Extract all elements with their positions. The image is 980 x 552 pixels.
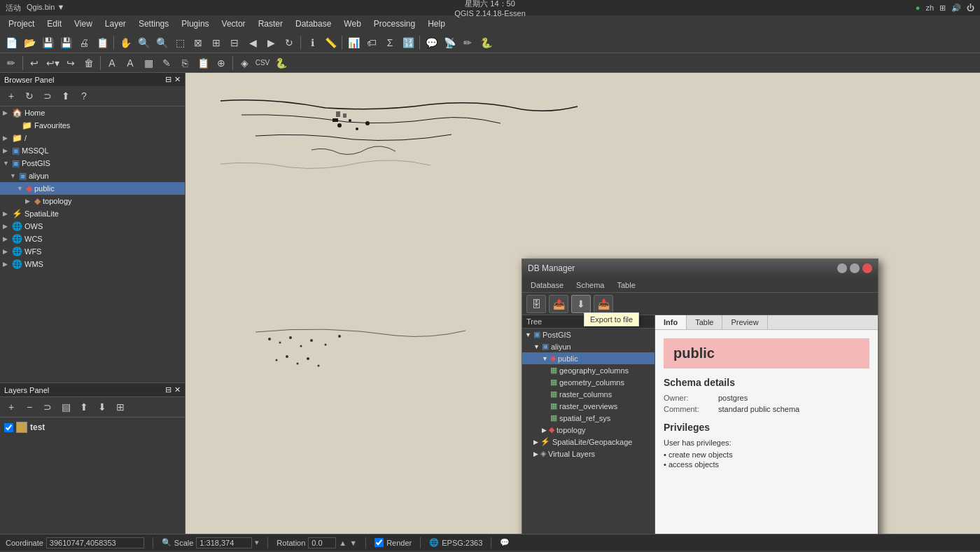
pan-button[interactable]: ✋ [117, 34, 134, 51]
menu-vector[interactable]: Vector [216, 18, 251, 30]
layers-expand2-button[interactable]: ⊞ [112, 399, 129, 415]
layers-close-icon[interactable]: ✕ [174, 385, 181, 394]
messages-item[interactable]: 💬 [500, 538, 510, 547]
browser-item-wfs[interactable]: ▶ 🌐 WFS [0, 245, 185, 258]
new-project-button[interactable]: 📄 [3, 34, 20, 51]
db-maximize-button[interactable] [850, 263, 860, 273]
layers-remove-button[interactable]: − [21, 399, 38, 415]
layers-filter-button[interactable]: ⊃ [39, 399, 56, 415]
rotation-down-icon[interactable]: ▼ [349, 539, 357, 547]
db-tree-public[interactable]: ▼ ◆ public [522, 352, 654, 364]
table2-button[interactable]: ▦ [140, 55, 157, 71]
db-tree-geometry-columns[interactable]: ▦ geometry_columns [522, 376, 654, 388]
paste-button[interactable]: 📋 [195, 55, 211, 71]
browser-item-topology[interactable]: ▶ ◆ topology [0, 195, 185, 207]
undo-button[interactable]: ↩ [26, 55, 43, 71]
db-titlebar[interactable]: DB Manager [522, 259, 878, 277]
python-button[interactable]: 🐍 [477, 34, 494, 51]
browser-refresh-button[interactable]: ↻ [21, 88, 38, 104]
edit2-button[interactable]: ✎ [158, 55, 175, 71]
info-tab-info[interactable]: Info [655, 315, 687, 329]
browser-item-postgis[interactable]: ▼ ▣ PostGIS [0, 157, 185, 170]
stats-button[interactable]: Σ [382, 34, 398, 51]
zoom-full-button[interactable]: ⊠ [190, 34, 206, 51]
scale-dropdown-icon[interactable]: ▾ [255, 538, 259, 547]
browser-item-root[interactable]: ▶ 📁 / [0, 132, 185, 144]
annotation-button[interactable]: 💬 [423, 34, 440, 51]
layer-test-checkbox[interactable] [4, 423, 13, 432]
zoom-out-button[interactable]: 🔍 [153, 34, 170, 51]
zoom-layer-button[interactable]: ⊞ [208, 34, 225, 51]
db-menu-database[interactable]: Database [525, 280, 569, 291]
db-tree-virtual-layers[interactable]: ▶ ◈ Virtual Layers [522, 448, 654, 460]
menu-plugins[interactable]: Plugins [176, 18, 214, 30]
rotation-input[interactable] [308, 537, 336, 548]
scale-input[interactable] [196, 537, 252, 548]
render-checkbox[interactable] [374, 538, 384, 547]
undo-list-button[interactable]: ↩▾ [44, 55, 61, 71]
db-connect-button[interactable]: 🗄 [526, 295, 546, 313]
db-tree-spatialite-geo[interactable]: ▶ ⚡ SpatiaLite/Geopackage [522, 436, 654, 448]
snap-button[interactable]: ⊕ [213, 55, 230, 71]
menu-raster[interactable]: Raster [253, 18, 288, 30]
csv-button[interactable]: CSV [254, 55, 271, 71]
db-tree-topology[interactable]: ▶ ◆ topology [522, 424, 654, 436]
menu-view[interactable]: View [69, 18, 98, 30]
node-button[interactable]: ◈ [236, 55, 253, 71]
info-tab-table[interactable]: Table [687, 315, 722, 329]
layers-down-button[interactable]: ⬇ [94, 399, 111, 415]
menu-help[interactable]: Help [422, 18, 451, 30]
layers-add-button[interactable]: + [3, 399, 20, 415]
print-button[interactable]: 🖨 [76, 34, 92, 51]
browser-help-button[interactable]: ? [76, 88, 92, 104]
field-button[interactable]: A [122, 55, 139, 71]
layer-test-item[interactable]: test [3, 420, 182, 434]
redo-button[interactable]: ↪ [62, 55, 79, 71]
open-button[interactable]: 📂 [21, 34, 38, 51]
browser-collapse-button[interactable]: ⬆ [57, 88, 74, 104]
menu-settings[interactable]: Settings [133, 18, 174, 30]
layers-expand-icon[interactable]: ⊟ [165, 385, 172, 394]
rotation-up-icon[interactable]: ▲ [339, 539, 346, 547]
browser-close-icon[interactable]: ✕ [174, 75, 181, 84]
browser-item-public[interactable]: ▼ ◆ public [0, 182, 185, 195]
menu-project[interactable]: Project [3, 18, 40, 30]
map-area[interactable]: DB Manager Database Schema Table 🗄 📤 ⬇ 📥… [186, 73, 980, 534]
db-tree-raster-overviews[interactable]: ▦ raster_overviews [522, 400, 654, 412]
browser-item-favourites[interactable]: 📁 Favourites [0, 119, 185, 132]
select-button[interactable]: ⬚ [172, 34, 188, 51]
menu-processing[interactable]: Processing [368, 18, 421, 30]
menu-database[interactable]: Database [290, 18, 337, 30]
layers-group-button[interactable]: ▤ [57, 399, 74, 415]
print-layout-button[interactable]: 📋 [94, 34, 111, 51]
browser-item-mssql[interactable]: ▶ ▣ MSSQL [0, 144, 185, 157]
browser-item-aliyun[interactable]: ▼ ▣ aliyun [0, 170, 185, 182]
delete-button[interactable]: 🗑 [80, 55, 97, 71]
zoom-select-button[interactable]: ⊟ [226, 34, 243, 51]
browser-item-ows[interactable]: ▶ 🌐 OWS [0, 220, 185, 233]
zoom-in-button[interactable]: 🔍 [135, 34, 152, 51]
db-minimize-button[interactable] [837, 263, 847, 273]
refresh-button[interactable]: ↻ [281, 34, 298, 51]
identify-button[interactable]: ℹ [304, 34, 321, 51]
browser-item-spatialite[interactable]: ▶ ⚡ SpatiaLite [0, 207, 185, 220]
gps-button[interactable]: 📡 [441, 34, 458, 51]
label2-button[interactable]: A [104, 55, 120, 71]
browser-item-wcs[interactable]: ▶ 🌐 WCS [0, 233, 185, 245]
browser-add-button[interactable]: + [3, 88, 20, 104]
menu-edit[interactable]: Edit [41, 18, 67, 30]
db-tree-postgis[interactable]: ▼ ▣ PostGIS [522, 329, 654, 340]
db-menu-table[interactable]: Table [611, 280, 640, 291]
epsg-item[interactable]: 🌐 EPSG:2363 [429, 538, 482, 547]
coordinate-input[interactable] [46, 537, 144, 548]
db-tree-spatial-ref-sys[interactable]: ▦ spatial_ref_sys [522, 412, 654, 424]
measure-button[interactable]: 📏 [322, 34, 339, 51]
browser-filter-button[interactable]: ⊃ [39, 88, 56, 104]
label-button[interactable]: 🏷 [363, 34, 380, 51]
attributes-button[interactable]: 📊 [345, 34, 362, 51]
browser-item-home[interactable]: ▶ 🏠 Home [0, 106, 185, 119]
db-import-button[interactable]: 📤 [549, 295, 568, 313]
zoom-prev-button[interactable]: ◀ [244, 34, 261, 51]
db-tree-aliyun[interactable]: ▼ ▣ aliyun [522, 340, 654, 352]
layers-up-button[interactable]: ⬆ [76, 399, 92, 415]
